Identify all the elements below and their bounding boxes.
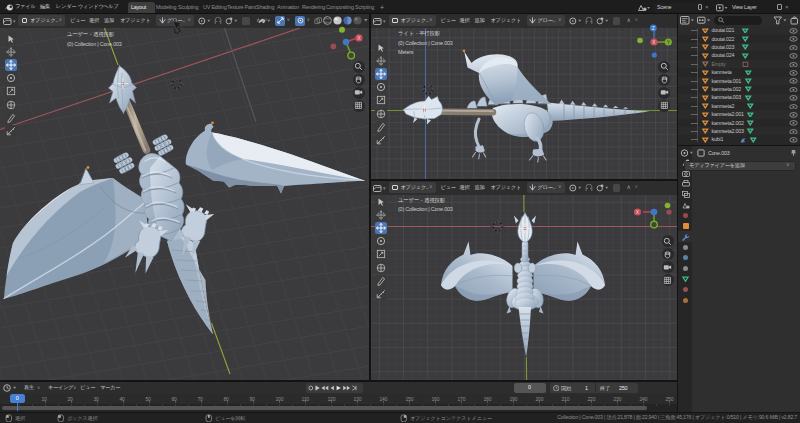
svg-text:Z: Z: [651, 25, 654, 31]
